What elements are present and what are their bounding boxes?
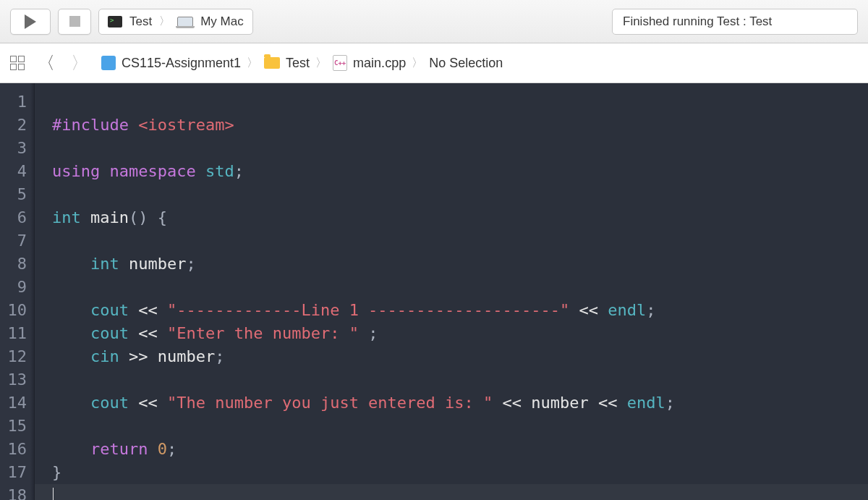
folder-icon	[264, 57, 280, 69]
code-line: cin >> number;	[52, 345, 851, 368]
line-number: 8	[0, 253, 27, 276]
line-number: 7	[0, 229, 27, 253]
code-line	[52, 137, 851, 160]
code-line	[52, 368, 851, 391]
chevron-right-icon: 〉	[247, 56, 258, 71]
line-number: 1	[0, 90, 27, 114]
nav-back-button[interactable]: 〈	[35, 51, 58, 75]
code-line	[52, 229, 851, 253]
line-number: 9	[0, 276, 27, 299]
scheme-device: My Mac	[200, 14, 244, 29]
code-line: cout << "-------------Line 1 -----------…	[52, 299, 851, 322]
code-line	[52, 183, 851, 206]
line-number: 18	[0, 484, 27, 500]
line-gutter[interactable]: 1 2 3 4 5 6 7 8 9 10 11 12 13 14 15 16 1…	[0, 83, 35, 500]
project-icon	[101, 56, 116, 70]
code-area[interactable]: #include <iostream> using namespace std;…	[35, 83, 868, 500]
code-line: using namespace std;	[52, 160, 851, 183]
line-number: 17	[0, 461, 27, 484]
line-number: 13	[0, 368, 27, 391]
nav-forward-button[interactable]: 〉	[68, 51, 91, 75]
breadcrumb-project[interactable]: CS115-Assignment1	[122, 56, 241, 71]
breadcrumb-folder[interactable]: Test	[286, 56, 310, 71]
play-icon	[25, 14, 36, 29]
code-line: int main() {	[52, 206, 851, 229]
activity-text: Finished running Test : Test	[623, 14, 772, 29]
code-line: return 0;	[52, 438, 851, 461]
code-line	[35, 484, 868, 500]
jump-bar: 〈 〉 CS115-Assignment1 〉 Test 〉 C++ main.…	[0, 43, 868, 83]
code-line: #include <iostream>	[52, 114, 851, 137]
line-number: 16	[0, 438, 27, 461]
line-number: 3	[0, 137, 27, 160]
breadcrumb: CS115-Assignment1 〉 Test 〉 C++ main.cpp …	[101, 55, 503, 71]
stop-icon	[69, 16, 80, 27]
code-line	[52, 415, 851, 438]
toolbar: Test 〉 My Mac Finished running Test : Te…	[0, 0, 868, 43]
breadcrumb-selection[interactable]: No Selection	[429, 56, 503, 71]
code-line: int number;	[52, 253, 851, 276]
chevron-right-icon: 〉	[412, 56, 423, 71]
line-number: 12	[0, 345, 27, 368]
code-line: cout << "Enter the number: " ;	[52, 322, 851, 345]
run-button[interactable]	[10, 9, 51, 35]
line-number: 14	[0, 391, 27, 415]
breadcrumb-file[interactable]: main.cpp	[353, 56, 406, 71]
chevron-right-icon: 〉	[315, 56, 327, 71]
line-number: 4	[0, 160, 27, 183]
laptop-icon	[177, 17, 193, 27]
cpp-file-icon: C++	[333, 55, 347, 71]
related-items-icon[interactable]	[10, 56, 25, 70]
code-line: }	[52, 461, 851, 484]
scheme-target: Test	[129, 14, 152, 29]
cursor	[53, 488, 54, 500]
scheme-selector[interactable]: Test 〉 My Mac	[98, 9, 253, 35]
stop-button[interactable]	[58, 9, 91, 35]
line-number: 5	[0, 183, 27, 206]
line-number: 10	[0, 299, 27, 322]
code-line	[52, 90, 851, 114]
terminal-icon	[108, 16, 122, 27]
code-line: cout << "The number you just entered is:…	[52, 391, 851, 415]
chevron-right-icon: 〉	[159, 14, 170, 28]
code-editor: 1 2 3 4 5 6 7 8 9 10 11 12 13 14 15 16 1…	[0, 83, 868, 500]
line-number: 2	[0, 114, 27, 137]
activity-viewer[interactable]: Finished running Test : Test	[612, 9, 858, 35]
line-number: 15	[0, 415, 27, 438]
code-line	[52, 276, 851, 299]
line-number: 6	[0, 206, 27, 229]
line-number: 11	[0, 322, 27, 345]
